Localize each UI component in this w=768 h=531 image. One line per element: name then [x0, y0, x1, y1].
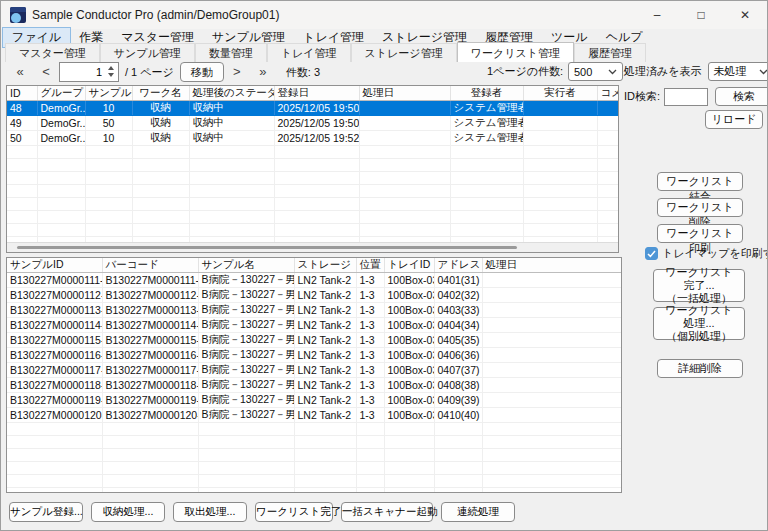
app-icon	[10, 7, 26, 23]
cell: B130227M0000112-12	[7, 288, 102, 303]
action-button[interactable]: ワークリスト完了...	[255, 502, 333, 522]
column-header[interactable]: サンプル数	[85, 86, 132, 101]
cell: B病院－130227－男性	[198, 333, 294, 348]
page-number-input[interactable]	[60, 65, 104, 79]
tab[interactable]: マスター管理	[5, 43, 100, 62]
column-header[interactable]: サンプル名	[198, 258, 294, 273]
next-page-button[interactable]: >	[224, 62, 250, 82]
worklist-print-button[interactable]: ワークリスト印刷	[657, 224, 743, 243]
action-button[interactable]: 収納処理...	[91, 502, 165, 522]
cell	[482, 303, 621, 318]
reload-button[interactable]: リロード	[705, 110, 763, 129]
table-row[interactable]: B130227M0000120-20B130227M0000120-20B病院－…	[7, 408, 621, 423]
table-row[interactable]: 49DemoGr...50収納収納中2025/12/05 19:50:42システ…	[7, 116, 619, 131]
action-button[interactable]: 一括スキャナー起動	[341, 502, 433, 522]
tab[interactable]: 数量管理	[195, 43, 267, 62]
spinner-up-icon[interactable]	[108, 66, 114, 70]
spinner-down-icon[interactable]	[108, 73, 114, 77]
table-row[interactable]: B130227M0000111-11B130227M0000111-11B病院－…	[7, 273, 621, 288]
cell: B130227M0000113-13	[7, 303, 102, 318]
column-header[interactable]: 実行者	[523, 86, 597, 101]
cell: 0407(37)	[434, 363, 482, 378]
worklist-delete-button[interactable]: ワークリスト削除	[657, 198, 743, 217]
table-row[interactable]: B130227M0000114-14B130227M0000114-14B病院－…	[7, 318, 621, 333]
table-row[interactable]: B130227M0000112-12B130227M0000112-12B病院－…	[7, 288, 621, 303]
cell: 50	[85, 116, 132, 131]
cell: B病院－130227－男性	[198, 348, 294, 363]
empty-row	[7, 198, 619, 211]
id-search-input[interactable]	[664, 88, 708, 106]
cell: 100Box-03	[384, 408, 434, 423]
cell: B130227M0000116-16	[102, 348, 198, 363]
cell: B130227M0000111-11	[7, 273, 102, 288]
cell: B130227M0000113-13	[102, 303, 198, 318]
cell: B130227M0000116-16	[7, 348, 102, 363]
tab[interactable]: トレイ管理	[267, 43, 351, 62]
prev-page-button[interactable]: <	[33, 62, 59, 82]
column-header[interactable]: コメント	[597, 86, 619, 101]
action-button[interactable]: 連続処理	[441, 502, 515, 522]
detail-delete-button[interactable]: 詳細削除	[657, 359, 743, 378]
column-header[interactable]: サンプルID	[7, 258, 102, 273]
action-button[interactable]: 取出処理...	[173, 502, 247, 522]
traymap-checkbox[interactable]	[645, 247, 658, 260]
table-row[interactable]: 48DemoGr...10収納収納中2025/12/05 19:50:17システ…	[7, 101, 619, 116]
table-row[interactable]: 50DemoGr...10収納収納中2025/12/05 19:52:47システ…	[7, 131, 619, 146]
scrollbar-thumb[interactable]	[17, 246, 517, 249]
worklist-complete-batch-button[interactable]: ワークリスト完了... （一括処理）	[653, 269, 745, 302]
cell: LN2 Tank-2	[294, 288, 356, 303]
table-row[interactable]: B130227M0000113-13B130227M0000113-13B病院－…	[7, 303, 621, 318]
empty-row	[7, 475, 621, 488]
column-header[interactable]: グループ	[37, 86, 85, 101]
cell: DemoGr...	[37, 116, 85, 131]
processed-filter-select[interactable]: 未処理	[708, 62, 768, 81]
tab[interactable]: 履歴管理	[574, 43, 646, 62]
tab[interactable]: ストレージ管理	[351, 43, 457, 62]
page-size-select[interactable]: 500	[568, 62, 623, 81]
cell: 収納中	[189, 131, 274, 146]
button-label-line1: ワークリスト完了...	[660, 266, 738, 292]
cell: B病院－130227－男性	[198, 303, 294, 318]
column-header[interactable]: アドレス	[434, 258, 482, 273]
table-row[interactable]: B130227M0000119-19B130227M0000119-19B病院－…	[7, 393, 621, 408]
empty-row	[7, 159, 619, 172]
table-row[interactable]: B130227M0000117-17B130227M0000117-17B病院－…	[7, 363, 621, 378]
column-header[interactable]: 処理日	[359, 86, 450, 101]
column-header[interactable]: トレイID	[384, 258, 434, 273]
table-row[interactable]: B130227M0000116-16B130227M0000116-16B病院－…	[7, 348, 621, 363]
table-row[interactable]: B130227M0000118-18B130227M0000118-18B病院－…	[7, 378, 621, 393]
empty-row	[7, 224, 619, 237]
move-button[interactable]: 移動	[180, 62, 224, 82]
worklist-process-individual-button[interactable]: ワークリスト処理... （個別処理）	[653, 307, 745, 340]
column-header[interactable]: ワーク名	[132, 86, 189, 101]
page-size-value: 500	[574, 66, 592, 78]
close-button[interactable]: ✕	[723, 1, 767, 29]
column-header[interactable]: 処理後のステータ...	[189, 86, 274, 101]
empty-row	[7, 462, 621, 475]
column-header[interactable]: ストレージ	[294, 258, 356, 273]
action-button[interactable]: サンプル登録...	[9, 502, 83, 522]
worklist-merge-button[interactable]: ワークリスト結合	[657, 172, 743, 191]
cell: DemoGr...	[37, 131, 85, 146]
processed-filter-row: 処理済みを表示 未処理	[624, 62, 768, 81]
cell	[482, 318, 621, 333]
column-header[interactable]: 処理日	[482, 258, 621, 273]
last-page-button[interactable]: »	[250, 62, 276, 82]
tab[interactable]: ワークリスト管理	[457, 42, 574, 62]
spinner-arrows[interactable]	[104, 64, 117, 78]
cell: B病院－130227－男性	[198, 363, 294, 378]
search-button[interactable]: 検索	[715, 87, 768, 106]
column-header[interactable]: 登録者	[450, 86, 523, 101]
column-header[interactable]: 位置	[356, 258, 384, 273]
horizontal-scrollbar[interactable]	[7, 242, 618, 252]
column-header[interactable]: バーコード	[102, 258, 198, 273]
tab[interactable]: サンプル管理	[100, 43, 195, 62]
minimize-button[interactable]: –	[635, 1, 679, 29]
cell: 49	[7, 116, 37, 131]
cell: 2025/12/05 19:50:42	[274, 116, 359, 131]
first-page-button[interactable]: «	[7, 62, 33, 82]
maximize-button[interactable]: □	[679, 1, 723, 29]
column-header[interactable]: 登録日	[274, 86, 359, 101]
column-header[interactable]: ID	[7, 86, 37, 101]
table-row[interactable]: B130227M0000115-15B130227M0000115-15B病院－…	[7, 333, 621, 348]
